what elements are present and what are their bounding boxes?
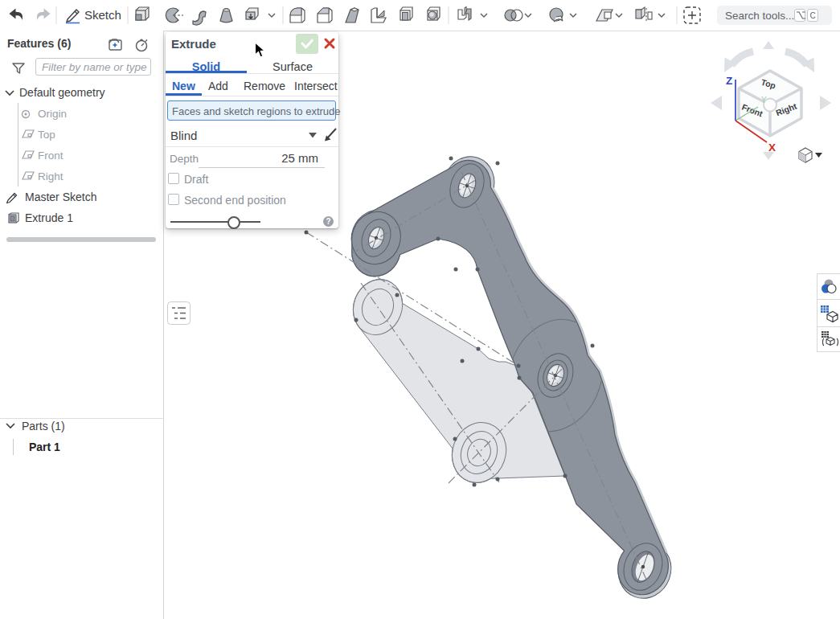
svg-text:Sketch: Sketch bbox=[84, 8, 121, 22]
svg-text:Z: Z bbox=[726, 75, 732, 87]
svg-text:Y: Y bbox=[761, 96, 767, 105]
svg-text:C: C bbox=[810, 11, 816, 20]
svg-text:X: X bbox=[768, 141, 776, 154]
svg-text:Search tools...: Search tools... bbox=[725, 10, 794, 22]
